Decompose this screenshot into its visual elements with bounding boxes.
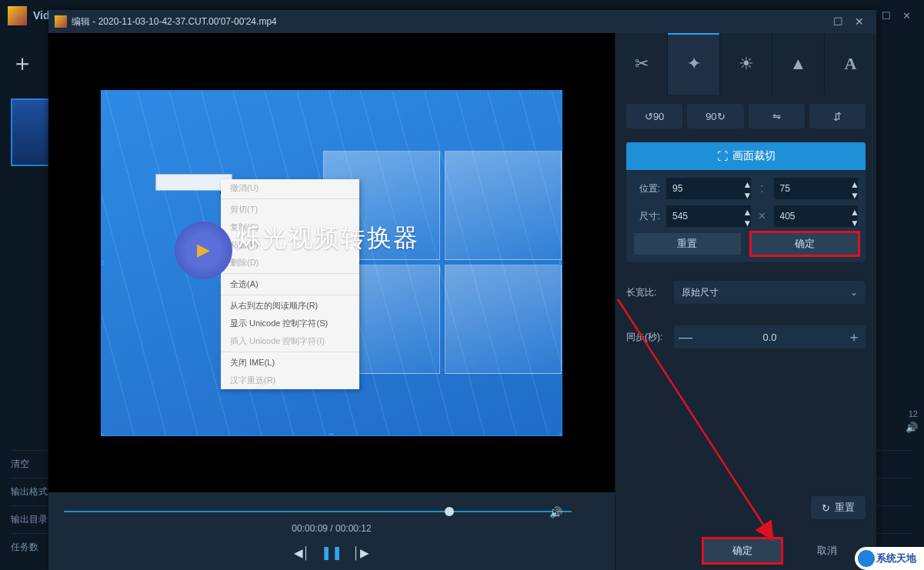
crop-section: 位置: 95▲▼ : 75▲▼ 尺寸: 545▲▼ × 405▲▼ 重置 确定 bbox=[626, 170, 866, 262]
app-icon bbox=[55, 15, 67, 28]
separator-times: × bbox=[757, 209, 768, 223]
dialog-ok-button[interactable]: 确定 bbox=[704, 539, 781, 562]
crop-handle-bc[interactable] bbox=[329, 433, 334, 436]
crop-confirm-button[interactable]: 确定 bbox=[752, 233, 859, 255]
sync-stepper[interactable]: — 0.0 ＋ bbox=[674, 325, 866, 348]
editor-maximize-icon[interactable]: ☐ bbox=[827, 15, 849, 28]
sync-minus-button[interactable]: — bbox=[674, 329, 697, 345]
volume-icon[interactable]: 🔊 bbox=[906, 422, 918, 433]
close-icon[interactable]: ✕ bbox=[896, 8, 916, 22]
position-x-input[interactable]: 95▲▼ bbox=[666, 178, 751, 199]
crop-handle-tc[interactable] bbox=[329, 90, 334, 93]
crop-selection[interactable]: ↖ 撤消(U) 剪切(T) 复制(C) 粘贴(P) 删除(D) 全选(A) 从右… bbox=[101, 90, 562, 436]
editor-close-icon[interactable]: ✕ bbox=[849, 15, 870, 28]
refresh-icon: ↻ bbox=[822, 502, 830, 514]
chevron-down-icon: ⌄ bbox=[850, 287, 858, 298]
maximize-icon[interactable]: ☐ bbox=[876, 8, 896, 22]
crop-reset-button[interactable]: 重置 bbox=[634, 233, 741, 255]
tab-trim[interactable]: ✂ bbox=[615, 33, 667, 95]
size-w-input[interactable]: 545▲▼ bbox=[666, 205, 751, 227]
rotate-row: ↺90 90↻ ⇋ ⇵ bbox=[626, 104, 866, 128]
menu-close-ime[interactable]: 关闭 IME(L) bbox=[221, 354, 359, 372]
menu-insert-unicode[interactable]: 插入 Unicode 控制字符(I) bbox=[221, 332, 359, 350]
context-menu: 撤消(U) 剪切(T) 复制(C) 粘贴(P) 删除(D) 全选(A) 从右到左… bbox=[221, 179, 359, 389]
crop-handle-br[interactable] bbox=[559, 433, 562, 436]
preview-column: ↖ 撤消(U) 剪切(T) 复制(C) 粘贴(P) 删除(D) 全选(A) 从右… bbox=[48, 33, 615, 570]
menu-reconvert[interactable]: 汉字重选(R) bbox=[221, 372, 359, 389]
dialog-cancel-button[interactable]: 取消 bbox=[789, 539, 866, 562]
flip-horizontal-button[interactable]: ⇋ bbox=[749, 104, 805, 128]
rotate-left-button[interactable]: ↺90 bbox=[626, 104, 682, 128]
watermark-text: 烁光视频转换器 bbox=[236, 222, 419, 255]
prev-button[interactable]: ◀│ bbox=[289, 546, 315, 560]
crop-handle-tr[interactable] bbox=[559, 90, 562, 93]
sync-plus-button[interactable]: ＋ bbox=[842, 328, 866, 346]
timecode: 00:00:09 / 00:00:12 bbox=[58, 523, 605, 534]
tab-brightness[interactable]: ☀ bbox=[719, 33, 772, 95]
sync-value: 0.0 bbox=[697, 332, 842, 343]
menu-delete[interactable]: 删除(D) bbox=[221, 254, 359, 272]
sync-label: 同步(秒): bbox=[626, 331, 666, 344]
crop-icon: ⛶ bbox=[717, 150, 728, 162]
site-badge: 系统天地 bbox=[855, 547, 924, 570]
brightness-icon: ☀ bbox=[739, 54, 754, 74]
player-controls: 🔊 00:00:09 / 00:00:12 ◀│ ❚❚ │▶ bbox=[48, 492, 615, 570]
aspect-label: 长宽比: bbox=[626, 286, 666, 299]
dialog-actions: 确定 取消 bbox=[704, 539, 866, 562]
panel-reset-button[interactable]: ↻ 重置 bbox=[811, 496, 866, 519]
crop-handle-bl[interactable] bbox=[101, 433, 104, 436]
player-volume-icon[interactable]: 🔊 bbox=[549, 506, 562, 518]
app-logo-icon bbox=[8, 6, 27, 25]
preview-stage[interactable]: ↖ 撤消(U) 剪切(T) 复制(C) 粘贴(P) 删除(D) 全选(A) 从右… bbox=[48, 33, 615, 492]
tab-effects[interactable]: ✦ bbox=[667, 33, 719, 95]
menu-cut[interactable]: 剪切(T) bbox=[221, 201, 359, 218]
editor-titlebar[interactable]: 编辑 - 2020-11-03-10-42-37.CUT.00'07-00'24… bbox=[48, 10, 876, 33]
rotate-right-button[interactable]: 90↻ bbox=[687, 104, 743, 128]
magic-wand-icon: ✦ bbox=[687, 54, 701, 74]
watermark-logo-icon bbox=[175, 222, 232, 279]
separator-colon: : bbox=[757, 182, 768, 195]
crop-handle-mr[interactable] bbox=[559, 260, 562, 265]
aspect-value: 原始尺寸 bbox=[682, 286, 719, 299]
position-y-input[interactable]: 75▲▼ bbox=[774, 178, 859, 199]
bg-right-hint: 12 🔊 bbox=[906, 409, 918, 433]
text-icon: A bbox=[845, 54, 857, 74]
size-h-input[interactable]: 405▲▼ bbox=[774, 205, 859, 227]
timeline-knob[interactable] bbox=[445, 507, 454, 516]
tab-text[interactable]: A bbox=[824, 33, 876, 95]
pause-button[interactable]: ❚❚ bbox=[319, 545, 345, 561]
stamp-icon: ▲ bbox=[790, 54, 807, 74]
crop-title: 画面裁切 bbox=[732, 149, 776, 163]
crop-section-header: ⛶ 画面裁切 bbox=[626, 142, 866, 170]
next-button[interactable]: │▶ bbox=[348, 546, 374, 560]
menu-rtl[interactable]: 从右到左的阅读顺序(R) bbox=[221, 297, 359, 315]
aspect-select[interactable]: 原始尺寸 ⌄ bbox=[674, 281, 866, 304]
editor-dialog: 编辑 - 2020-11-03-10-42-37.CUT.00'07-00'24… bbox=[48, 10, 876, 570]
editor-title: 编辑 - 2020-11-03-10-42-37.CUT.00'07-00'24… bbox=[72, 15, 277, 28]
crop-handle-ml[interactable] bbox=[101, 260, 104, 265]
menu-undo[interactable]: 撤消(U) bbox=[221, 179, 359, 197]
right-panel: ✂ ✦ ☀ ▲ A ↺90 90↻ ⇋ ⇵ ⛶ 画面裁切 bbox=[615, 33, 876, 570]
menu-select-all[interactable]: 全选(A) bbox=[221, 275, 359, 293]
tool-tabs: ✂ ✦ ☀ ▲ A bbox=[615, 33, 876, 95]
menu-show-unicode[interactable]: 显示 Unicode 控制字符(S) bbox=[221, 315, 359, 332]
flip-vertical-button[interactable]: ⇵ bbox=[809, 104, 866, 128]
tab-watermark[interactable]: ▲ bbox=[772, 33, 824, 95]
bg-right-time: 12 bbox=[906, 409, 918, 418]
scissors-icon: ✂ bbox=[635, 54, 649, 74]
timeline[interactable]: 🔊 bbox=[64, 506, 572, 517]
size-label: 尺寸: bbox=[634, 210, 660, 223]
crop-handle-tl[interactable] bbox=[101, 90, 104, 93]
position-label: 位置: bbox=[634, 182, 660, 195]
